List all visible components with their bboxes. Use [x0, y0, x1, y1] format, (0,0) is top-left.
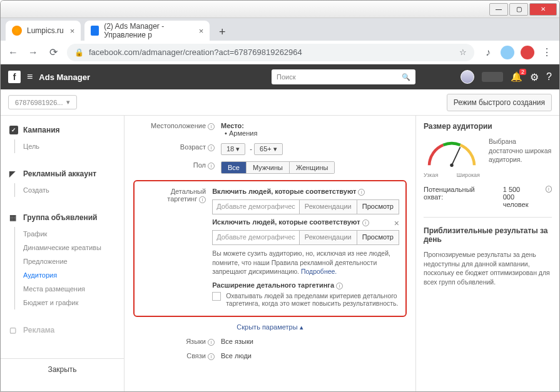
sidebar-item-goal[interactable]: Цель	[1, 139, 124, 153]
recommendations-button[interactable]: Рекомендации	[299, 231, 357, 244]
browser-tab[interactable]: (2) Ads Manager - Управление р ×	[84, 21, 210, 41]
flag-icon: ◤	[9, 169, 18, 178]
expand-checkbox[interactable]	[212, 292, 221, 301]
info-icon[interactable]: i	[208, 123, 215, 130]
sidebar-section-adaccount[interactable]: ◤Рекламный аккаунт	[1, 164, 124, 183]
close-button[interactable]: Закрыть	[1, 358, 124, 380]
gender-all-button[interactable]: Все	[221, 162, 247, 173]
sidebar-section-campaign[interactable]: ✓Кампания	[1, 121, 124, 139]
info-icon[interactable]: i	[208, 353, 215, 360]
exclude-note: Вы можете сузить аудиторию, но, исключая…	[212, 249, 399, 276]
gender-label: Полi	[133, 161, 221, 174]
extension-icon[interactable]	[521, 46, 534, 59]
browse-button[interactable]: Просмотр	[357, 200, 399, 214]
back-icon[interactable]: ←	[7, 46, 19, 59]
browse-button[interactable]: Просмотр	[357, 231, 399, 244]
chevron-down-icon: ▾	[66, 98, 70, 106]
close-icon[interactable]: ×	[199, 26, 204, 36]
reach-value: 1 500 000	[503, 186, 521, 201]
info-icon[interactable]: i	[208, 339, 215, 346]
help-icon[interactable]: ?	[546, 71, 552, 83]
info-icon[interactable]: i	[208, 144, 215, 151]
sidebar-item-offer[interactable]: Предложение	[1, 254, 124, 268]
gender-segmented: Все Мужчины Женщины	[221, 161, 335, 174]
lang-value: Все языки	[221, 338, 407, 346]
learn-more-link[interactable]: Подробнее.	[301, 268, 337, 275]
recommendations-button[interactable]: Рекомендации	[299, 200, 357, 214]
sidebar-item-placements[interactable]: Места размещения	[1, 282, 124, 296]
info-icon[interactable]: i	[362, 219, 369, 226]
sidebar-item-traffic[interactable]: Трафик	[1, 227, 124, 241]
window-close-button[interactable]: ✕	[529, 3, 557, 16]
info-icon[interactable]: i	[199, 196, 206, 203]
sidebar-section-ad[interactable]: ▢Реклама	[1, 321, 124, 339]
remove-exclude-button[interactable]: ×	[394, 218, 399, 228]
reach-unit: человек	[503, 201, 529, 208]
gauge-icon	[424, 137, 480, 168]
window-minimize-button[interactable]: —	[489, 3, 508, 16]
sidebar-section-adset[interactable]: ▦Группа объявлений	[1, 208, 124, 227]
url-text: facebook.com/admanager/creation?act=6787…	[89, 48, 302, 57]
info-icon[interactable]: i	[358, 189, 365, 196]
lock-icon: 🔒	[74, 48, 84, 57]
close-icon[interactable]: ×	[70, 26, 75, 36]
tab-title: Lumpics.ru	[27, 26, 64, 35]
account-avatar[interactable]	[461, 70, 474, 84]
left-sidebar: ✓Кампания Цель ◤Рекламный аккаунт Создат…	[1, 116, 125, 391]
svg-line-0	[452, 147, 461, 165]
reload-icon[interactable]: ⟳	[47, 46, 59, 59]
exclude-input-row: Добавьте демографичес Рекомендации Просм…	[212, 230, 399, 245]
main-content: Местоположениеi Место: • Армения Возраст…	[125, 116, 415, 391]
include-label: Включить людей, которые соответствуют	[212, 188, 356, 195]
app-title: Ads Manager	[39, 73, 90, 82]
detailed-targeting-box: Детальный таргетингi Включить людей, кот…	[133, 180, 407, 317]
age-min-dropdown[interactable]: 18 ▾	[221, 143, 245, 155]
url-field[interactable]: 🔒 facebook.com/admanager/creation?act=67…	[67, 44, 474, 61]
expand-text: Охватывать людей за пределами критериев …	[226, 292, 399, 307]
hamburger-icon[interactable]: ≡	[27, 71, 33, 83]
info-icon[interactable]: i	[546, 186, 552, 193]
profile-icon[interactable]	[501, 46, 514, 59]
account-name[interactable]	[482, 72, 503, 82]
media-icon[interactable]: ♪	[482, 46, 494, 59]
account-dropdown[interactable]: 67876981926...▾	[8, 95, 77, 109]
browser-tabs: Lumpics.ru × (2) Ads Manager - Управлени…	[1, 18, 559, 41]
sidebar-item-dynamic[interactable]: Динамические креативы	[1, 241, 124, 254]
sidebar-item-create[interactable]: Создать	[1, 183, 124, 197]
facebook-logo-icon[interactable]: f	[8, 71, 21, 83]
secondary-toolbar: 67876981926...▾ Режим быстрого создания	[1, 89, 559, 116]
menu-icon[interactable]: ⋮	[541, 46, 553, 59]
include-input[interactable]: Добавьте демографичес	[213, 200, 299, 214]
notifications-icon[interactable]: 🔔2	[511, 71, 522, 83]
info-icon[interactable]: i	[336, 283, 343, 289]
location-value: Место: • Армения	[221, 122, 407, 137]
age-max-dropdown[interactable]: 65+ ▾	[254, 143, 283, 155]
search-placeholder: Поиск	[277, 73, 295, 81]
favicon-icon	[12, 26, 22, 36]
favicon-icon	[91, 26, 99, 36]
gear-icon[interactable]: ⚙	[530, 71, 539, 83]
conn-label: Связиi	[133, 352, 221, 360]
approx-text: Прогнозируемые результаты за день недост…	[424, 250, 552, 287]
include-input-row: Добавьте демографичес Рекомендации Просм…	[212, 199, 399, 214]
window-maximize-button[interactable]: ▢	[509, 3, 528, 16]
sidebar-item-audience[interactable]: Аудитория	[1, 268, 124, 282]
grid-icon: ▦	[9, 213, 18, 222]
new-tab-button[interactable]: +	[213, 23, 231, 41]
conn-value: Все люди	[221, 352, 407, 360]
fast-create-button[interactable]: Режим быстрого создания	[447, 94, 552, 111]
search-icon: 🔍	[402, 73, 410, 81]
location-label: Местоположениеi	[133, 122, 221, 137]
app-header: f ≡ Ads Manager Поиск 🔍 🔔2 ⚙ ?	[1, 64, 559, 89]
exclude-input[interactable]: Добавьте демографичес	[213, 231, 299, 244]
gender-female-button[interactable]: Женщины	[290, 162, 334, 173]
star-icon[interactable]: ☆	[459, 48, 467, 57]
info-icon[interactable]: i	[208, 163, 215, 169]
forward-icon[interactable]: →	[27, 46, 39, 59]
gender-male-button[interactable]: Мужчины	[247, 162, 290, 173]
hide-options-link[interactable]: Скрыть параметры ▴	[133, 323, 407, 331]
search-input[interactable]: Поиск 🔍	[272, 69, 415, 84]
sidebar-item-budget[interactable]: Бюджет и график	[1, 296, 124, 309]
expand-title: Расширение детального таргетинга	[212, 281, 334, 289]
browser-tab[interactable]: Lumpics.ru ×	[6, 21, 81, 41]
